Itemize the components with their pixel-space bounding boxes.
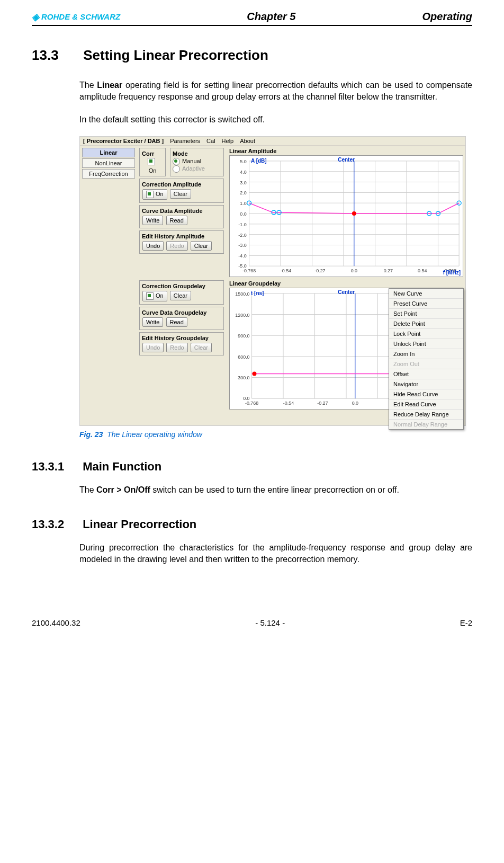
- hist-gd-redo-button[interactable]: Redo: [166, 343, 187, 352]
- svg-text:-3.0: -3.0: [238, 243, 246, 248]
- ctx-set-point[interactable]: Set Point: [389, 309, 463, 319]
- corr-amp-title: Correction Amplitude: [142, 181, 221, 188]
- svg-text:1500.0: 1500.0: [235, 291, 249, 297]
- svg-text:-0.54: -0.54: [281, 268, 291, 273]
- figure-caption: Fig. 23 The Linear operating window: [79, 430, 472, 439]
- chapter-title: Chapter 5: [247, 11, 295, 23]
- subsection-2-heading: 13.3.2 Linear Precorrection: [32, 518, 472, 531]
- footer-right: E-2: [460, 618, 472, 627]
- ctx-lock-point[interactable]: Lock Point: [389, 329, 463, 339]
- ctx-normal-delay: Normal Delay Range: [389, 420, 463, 429]
- ctx-new-curve[interactable]: New Curve: [389, 289, 463, 299]
- paragraph-2: In the default setting this corrector is…: [79, 114, 472, 126]
- svg-point-23: [352, 211, 356, 216]
- ctx-edit-read[interactable]: Edit Read Curve: [389, 399, 463, 410]
- corr-checkbox[interactable]: [148, 158, 155, 165]
- svg-text:2.0: 2.0: [240, 191, 246, 196]
- corr-gd-on-button[interactable]: On: [142, 291, 167, 301]
- curve-amp-read-button[interactable]: Read: [166, 216, 187, 225]
- ctx-delete-point[interactable]: Delete Point: [389, 319, 463, 329]
- gd-center-label: Center: [338, 289, 355, 295]
- menu-parameters[interactable]: Parameters: [170, 138, 200, 144]
- mode-title: Mode: [173, 150, 221, 157]
- footer-left: 2100.4400.32: [32, 618, 80, 627]
- section-number: 13.3: [32, 47, 79, 64]
- gd-ylabel: t [ns]: [251, 290, 264, 296]
- ctx-zoom-in[interactable]: Zoom In: [389, 349, 463, 359]
- subsection-1-text: The Corr > On/Off switch can be used to …: [79, 484, 472, 496]
- section-heading: 13.3 Setting Linear Precorrection: [32, 47, 472, 64]
- mode-manual-radio[interactable]: [173, 158, 180, 165]
- menu-about[interactable]: About: [240, 138, 255, 144]
- chart-gd-title: Linear Groupdelay: [229, 280, 463, 287]
- corr-gd-clear-button[interactable]: Clear: [170, 291, 191, 300]
- corr-on-label: On: [142, 167, 163, 174]
- window-title: [ Precorrector Exciter / DAB ]: [83, 138, 164, 144]
- context-menu: New Curve Preset Curve Set Point Delete …: [389, 288, 464, 430]
- menu-help[interactable]: Help: [222, 138, 234, 144]
- hist-amp-title: Edit History Amplitude: [142, 233, 221, 239]
- svg-text:1.0: 1.0: [240, 201, 246, 206]
- hist-gd-title: Edit History Groupdelay: [142, 335, 221, 341]
- hist-amp-redo-button[interactable]: Redo: [166, 241, 187, 251]
- groupdelay-chart[interactable]: Center t [ns] f [MHz]: [229, 288, 463, 410]
- corr-amp-clear-button[interactable]: Clear: [170, 189, 191, 199]
- corr-amp-on-button[interactable]: On: [142, 189, 167, 200]
- amplitude-chart[interactable]: Center A [dB] f [MHz]: [229, 155, 463, 277]
- svg-text:-1.0: -1.0: [238, 222, 246, 227]
- amp-xlabel: f [MHz]: [443, 270, 461, 275]
- curve-amp-write-button[interactable]: Write: [142, 216, 163, 225]
- menubar: [ Precorrector Exciter / DAB ] Parameter…: [80, 137, 465, 146]
- amp-ylabel: A [dB]: [251, 158, 267, 164]
- main-area: Corr On Mode Manual Adaptive Corr: [137, 146, 465, 417]
- hist-amp-undo-button[interactable]: Undo: [142, 241, 164, 251]
- svg-text:-4.0: -4.0: [238, 253, 246, 259]
- svg-text:3.0: 3.0: [240, 180, 246, 185]
- section-title: Setting Linear Precorrection: [83, 47, 268, 63]
- ctx-zoom-out: Zoom Out: [389, 359, 463, 369]
- curve-gd-title: Curve Data Groupdelay: [142, 309, 221, 316]
- menu-cal[interactable]: Cal: [206, 138, 215, 144]
- svg-text:0.54: 0.54: [418, 268, 427, 273]
- ctx-hide-read[interactable]: Hide Read Curve: [389, 389, 463, 399]
- svg-text:4.0: 4.0: [240, 170, 246, 175]
- amp-chart-svg: 5.0 4.0 3.0 2.0 1.0 0.0 -1.0 -2.0 -3.0 -…: [230, 156, 463, 277]
- corr-title: Corr: [142, 150, 163, 157]
- svg-text:0.27: 0.27: [384, 268, 393, 273]
- svg-text:0.0: 0.0: [352, 401, 358, 406]
- svg-text:-0.54: -0.54: [283, 401, 294, 406]
- ctx-reduce-delay[interactable]: Reduce Delay Range: [389, 410, 463, 420]
- corr-gd-title: Correction Groupdelay: [142, 283, 221, 289]
- ctx-offset[interactable]: Offset: [389, 369, 463, 379]
- svg-text:-2.0: -2.0: [238, 233, 246, 238]
- svg-text:1200.0: 1200.0: [235, 313, 249, 318]
- sidebar-item-nonlinear[interactable]: NonLinear: [82, 158, 135, 168]
- sidebar-item-linear[interactable]: Linear: [82, 148, 135, 157]
- app-window: [ Precorrector Exciter / DAB ] Parameter…: [79, 136, 466, 426]
- svg-text:600.0: 600.0: [238, 354, 249, 360]
- svg-text:0.0: 0.0: [351, 268, 357, 273]
- mode-adaptive-radio: [173, 165, 180, 173]
- svg-text:-0.768: -0.768: [242, 268, 256, 273]
- svg-text:-0.768: -0.768: [245, 401, 258, 406]
- hist-gd-undo-button[interactable]: Undo: [142, 343, 164, 352]
- header-operating: Operating: [422, 11, 472, 23]
- subsection-1-heading: 13.3.1 Main Function: [32, 460, 472, 474]
- ctx-navigator[interactable]: Navigator: [389, 379, 463, 389]
- footer-center: - 5.124 -: [255, 618, 285, 627]
- hist-amp-clear-button[interactable]: Clear: [191, 241, 212, 251]
- hist-gd-clear-button[interactable]: Clear: [191, 343, 212, 352]
- subsection-2-text: During precorrection the characteristics…: [79, 542, 472, 566]
- paragraph-1: The Linear operating field is for settin…: [79, 79, 472, 103]
- logo-icon: ◈: [32, 11, 39, 23]
- amp-center-label: Center: [338, 157, 355, 163]
- curve-gd-read-button[interactable]: Read: [166, 317, 187, 327]
- page-header: ◈ ROHDE & SCHWARZ Chapter 5 Operating: [32, 11, 472, 26]
- curve-amp-title: Curve Data Amplitude: [142, 208, 221, 214]
- ctx-unlock-point[interactable]: Unlock Point: [389, 339, 463, 349]
- svg-text:0.0: 0.0: [240, 211, 246, 217]
- sidebar-item-freqcorrection[interactable]: FreqCorrection: [82, 169, 135, 179]
- subsection-2-title: Linear Precorrection: [83, 518, 196, 531]
- ctx-preset-curve[interactable]: Preset Curve: [389, 299, 463, 309]
- curve-gd-write-button[interactable]: Write: [142, 317, 163, 327]
